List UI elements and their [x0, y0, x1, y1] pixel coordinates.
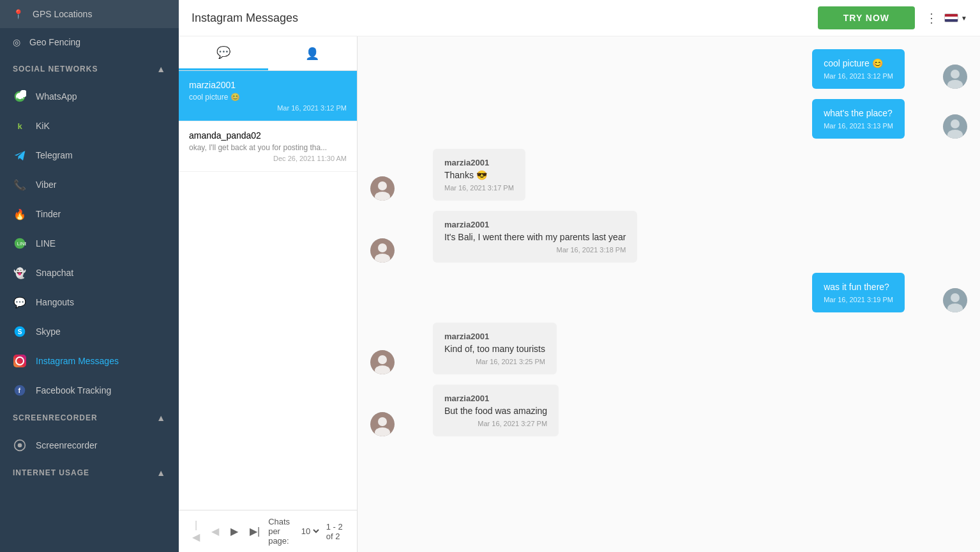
- sidebar-item-label: Hangouts: [36, 297, 74, 307]
- message-bubble: marzia2001 But the food was amazing Mar …: [433, 385, 559, 436]
- avatar: [370, 412, 395, 436]
- svg-point-8: [18, 443, 22, 448]
- snapchat-icon: 👻: [13, 266, 27, 280]
- svg-point-25: [378, 355, 387, 364]
- sidebar-item-snapchat[interactable]: 👻 Snapchat: [0, 258, 179, 288]
- conv-item-name: amanda_panda02: [189, 130, 347, 141]
- line-icon: LINE: [13, 236, 27, 250]
- message-text: Kind of, too many tourists: [444, 344, 545, 354]
- sidebar-item-line[interactable]: LINE LINE: [0, 229, 179, 258]
- instagram-icon: [13, 354, 27, 368]
- sidebar-item-tinder[interactable]: 🔥 Tinder: [0, 199, 179, 229]
- last-page-button[interactable]: ▶|: [246, 524, 263, 539]
- per-page-dropdown[interactable]: 10 25 50: [299, 526, 321, 537]
- telegram-icon: [13, 148, 27, 162]
- chevron-down-icon: ▲: [156, 468, 166, 478]
- sidebar-item-label: Facebook Tracking: [36, 385, 111, 395]
- contacts-icon: 👤: [305, 47, 319, 61]
- conversation-tabs: 💬 👤: [179, 36, 357, 71]
- conv-item-preview: cool picture 😊: [189, 93, 347, 102]
- tab-chats[interactable]: 💬: [179, 36, 268, 70]
- message-row: cool picture 😊 Mar 16, 2021 3:12 PM: [370, 49, 967, 89]
- avatar: [943, 288, 967, 312]
- internet-usage-section-header[interactable]: INTERNET USAGE ▲: [0, 460, 179, 486]
- message-sender: marzia2001: [444, 220, 626, 229]
- section-label: SOCIAL NETWORKS: [13, 65, 98, 73]
- whatsapp-icon: [13, 89, 27, 103]
- sidebar: 📍 GPS Locations ◎ Geo Fencing SOCIAL NET…: [0, 0, 179, 552]
- message-text: cool picture 😊: [824, 58, 893, 68]
- message-text: But the food was amazing: [444, 406, 547, 416]
- message-row: marzia2001 Thanks 😎 Mar 16, 2021 3:17 PM: [370, 149, 967, 201]
- message-time: Mar 16, 2021 3:19 PM: [824, 296, 893, 303]
- message-time: Mar 16, 2021 3:17 PM: [444, 184, 514, 192]
- sidebar-item-kik[interactable]: k KiK: [0, 111, 179, 141]
- pagination-range: 1 - 2 of 2: [326, 522, 347, 541]
- conv-item-time: Dec 26, 2021 11:30 AM: [189, 155, 347, 162]
- message-time: Mar 16, 2021 3:27 PM: [444, 420, 547, 427]
- sidebar-item-instagram-messages[interactable]: Instagram Messages: [0, 346, 179, 376]
- svg-point-13: [951, 119, 960, 128]
- message-text: Thanks 😎: [444, 170, 514, 180]
- first-page-button[interactable]: |◀: [189, 518, 203, 544]
- svg-point-22: [951, 293, 960, 302]
- sidebar-item-viber[interactable]: 📞 Viber: [0, 170, 179, 199]
- svg-text:LINE: LINE: [17, 241, 26, 247]
- language-selector[interactable]: ▼: [944, 13, 967, 22]
- tab-contacts[interactable]: 👤: [268, 36, 358, 70]
- message-row: was it fun there? Mar 16, 2021 3:19 PM: [370, 273, 967, 312]
- message-text: what's the place?: [824, 108, 893, 118]
- per-page-select[interactable]: Chats per page: 10 25 50: [268, 517, 321, 546]
- per-page-label: Chats per page:: [268, 517, 296, 546]
- message-bubble: was it fun there? Mar 16, 2021 3:19 PM: [812, 273, 905, 312]
- screenrecorder-section-header[interactable]: SCREENRECORDER ▲: [0, 405, 179, 431]
- page-title: Instagram Messages: [192, 12, 818, 25]
- conversation-list: 💬 👤 marzia2001 cool picture 😊 Mar 16, 20…: [179, 36, 358, 552]
- message-sender: marzia2001: [444, 158, 514, 167]
- screenrecorder-icon: [13, 438, 27, 452]
- more-options-button[interactable]: ⋮: [925, 10, 938, 26]
- hangouts-icon: 💬: [13, 295, 27, 309]
- section-label: SCREENRECORDER: [13, 413, 98, 422]
- message-time: Mar 16, 2021 3:25 PM: [444, 358, 545, 365]
- message-text: It's Bali, I went there with my parents …: [444, 232, 626, 242]
- try-now-button[interactable]: TRY NOW: [818, 6, 915, 29]
- next-page-button[interactable]: ▶: [227, 524, 241, 539]
- sidebar-item-gps-locations[interactable]: 📍 GPS Locations: [0, 0, 179, 28]
- sidebar-item-skype[interactable]: S Skype: [0, 317, 179, 346]
- sidebar-item-hangouts[interactable]: 💬 Hangouts: [0, 288, 179, 317]
- avatar: [370, 238, 395, 263]
- sidebar-item-label: Viber: [36, 180, 56, 190]
- message-sender: marzia2001: [444, 394, 547, 403]
- svg-text:S: S: [18, 328, 22, 335]
- svg-point-19: [378, 243, 387, 252]
- section-label: INTERNET USAGE: [13, 468, 89, 477]
- sidebar-item-label: Skype: [36, 326, 61, 337]
- sidebar-item-geo-fencing[interactable]: ◎ Geo Fencing: [0, 28, 179, 56]
- sidebar-item-screenrecorder[interactable]: Screenrecorder: [0, 431, 179, 460]
- conv-item-preview: okay, I'll get back at you for posting t…: [189, 143, 347, 152]
- sidebar-item-label: Geo Fencing: [29, 37, 80, 47]
- sidebar-item-label: Instagram Messages: [36, 356, 119, 366]
- sidebar-item-telegram[interactable]: Telegram: [0, 141, 179, 170]
- chat-bubble-icon: 💬: [216, 45, 230, 59]
- main-header: Instagram Messages TRY NOW ⋮ ▼: [179, 0, 980, 36]
- message-bubble: cool picture 😊 Mar 16, 2021 3:12 PM: [812, 49, 905, 89]
- message-time: Mar 16, 2021 3:18 PM: [444, 246, 626, 254]
- sidebar-item-label: WhatsApp: [36, 91, 77, 102]
- chat-messages-area: cool picture 😊 Mar 16, 2021 3:12 PM what…: [358, 36, 980, 552]
- social-networks-section-header[interactable]: SOCIAL NETWORKS ▲: [0, 56, 179, 82]
- sidebar-item-facebook-tracking[interactable]: f Facebook Tracking: [0, 376, 179, 405]
- conversation-item[interactable]: amanda_panda02 okay, I'll get back at yo…: [179, 121, 357, 172]
- sidebar-item-whatsapp[interactable]: WhatsApp: [0, 82, 179, 111]
- tinder-icon: 🔥: [13, 207, 27, 221]
- flag-icon: [944, 13, 958, 22]
- sidebar-item-label: Tinder: [36, 209, 61, 219]
- prev-page-button[interactable]: ◀: [208, 524, 222, 539]
- geo-fencing-icon: ◎: [13, 37, 20, 47]
- svg-point-28: [378, 417, 387, 426]
- message-bubble: marzia2001 Thanks 😎 Mar 16, 2021 3:17 PM: [433, 149, 525, 201]
- conversation-item[interactable]: marzia2001 cool picture 😊 Mar 16, 2021 3…: [179, 71, 357, 121]
- sidebar-item-label: GPS Locations: [33, 9, 92, 19]
- location-icon: 📍: [13, 9, 24, 19]
